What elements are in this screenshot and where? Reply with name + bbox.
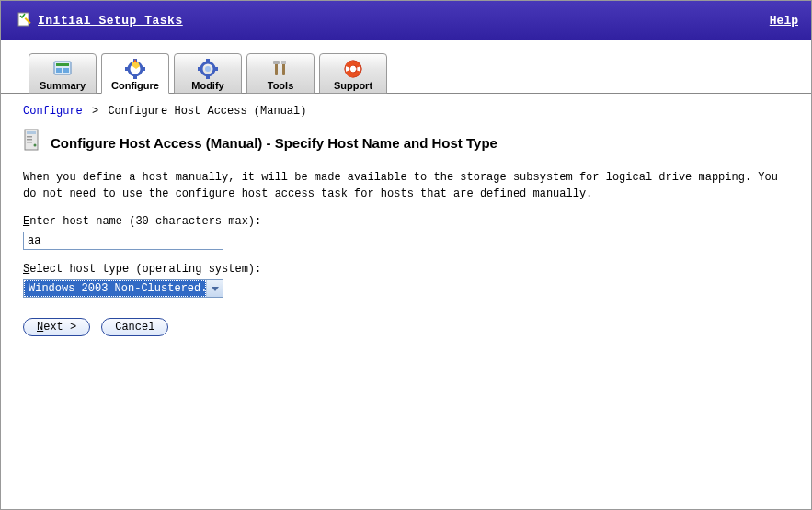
hostname-label: Enter host name (30 characters max): [23,215,789,228]
tab-label: Support [334,80,372,91]
summary-icon [52,59,73,79]
header-title[interactable]: Initial Setup Tasks [38,14,183,28]
svg-rect-9 [125,67,130,71]
svg-rect-28 [27,139,32,141]
hosttype-field: Select host type (operating system): Win… [23,263,789,298]
svg-rect-21 [282,62,285,75]
host-icon [23,129,41,156]
breadcrumb-current: Configure Host Access (Manual) [108,105,306,118]
svg-rect-3 [56,63,69,66]
svg-rect-16 [198,67,202,71]
tab-label: Modify [191,80,223,91]
page-heading: Configure Host Access (Manual) - Specify… [23,129,789,156]
svg-rect-20 [273,61,280,64]
svg-rect-5 [63,68,69,73]
svg-point-18 [205,66,211,72]
cancel-button[interactable]: Cancel [101,318,168,336]
hostname-input[interactable] [23,232,223,250]
content-area: Configure > Configure Host Access (Manua… [1,94,811,347]
svg-rect-26 [27,131,36,134]
tab-bar: Summary Configure [1,40,811,94]
tab-tools[interactable]: Tools [246,53,315,94]
help-link[interactable]: Help [770,14,798,28]
svg-rect-15 [206,74,210,79]
breadcrumb-separator: > [86,105,106,118]
tools-icon [270,59,291,79]
svg-rect-10 [141,67,145,71]
svg-rect-4 [56,68,62,73]
breadcrumb: Configure > Configure Host Access (Manua… [23,105,789,118]
breadcrumb-root[interactable]: Configure [23,105,83,118]
hosttype-label: Select host type (operating system): [23,263,789,276]
hosttype-value: Windows 2003 Non-Clustered... [24,280,206,297]
header-left: Initial Setup Tasks [17,12,183,30]
svg-rect-8 [133,74,137,79]
support-icon [343,59,363,79]
header-bar: Initial Setup Tasks Help [1,1,811,40]
button-row: Next > Cancel [23,318,789,336]
svg-rect-14 [206,59,210,63]
tab-label: Tools [268,80,294,91]
tab-label: Configure [111,80,159,91]
svg-rect-29 [27,142,32,143]
svg-point-30 [34,144,37,147]
tasks-icon [17,12,32,30]
chevron-down-icon [206,280,223,297]
tab-support[interactable]: Support [319,53,387,94]
next-button[interactable]: Next > [23,318,90,336]
svg-rect-17 [213,67,218,71]
page-title: Configure Host Access (Manual) - Specify… [51,135,497,151]
page-description: When you define a host manually, it will… [23,169,789,202]
tab-label: Summary [40,80,86,91]
tab-summary[interactable]: Summary [29,53,97,94]
modify-icon [198,59,218,79]
hostname-field: Enter host name (30 characters max): [23,215,789,250]
svg-rect-27 [27,136,32,138]
tab-configure[interactable]: Configure [101,53,169,94]
hosttype-select[interactable]: Windows 2003 Non-Clustered... [23,279,223,298]
tab-modify[interactable]: Modify [174,53,242,94]
configure-icon [125,59,145,79]
